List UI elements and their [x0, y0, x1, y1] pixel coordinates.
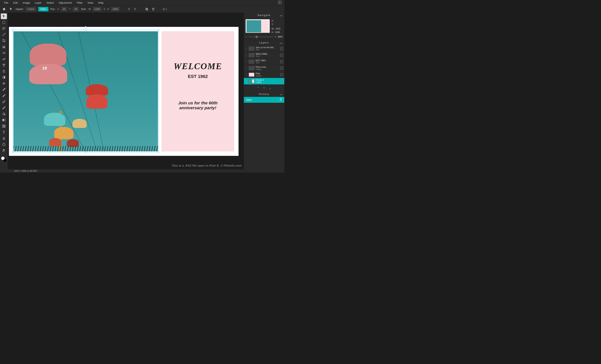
size-h-input[interactable]: 1000: [111, 7, 120, 11]
tool-fill[interactable]: [1, 111, 7, 117]
history-minimize[interactable]: —: [280, 93, 283, 96]
menu-edit[interactable]: Edit: [11, 0, 20, 5]
layer-grip[interactable]: ⋮: [245, 80, 248, 83]
settings-button[interactable]: ▾: [162, 7, 167, 11]
zoom-slider[interactable]: [249, 36, 273, 37]
layer-up-button[interactable]: ⌃: [257, 86, 260, 90]
menu-file[interactable]: File: [2, 0, 11, 5]
layer-type: Text: [256, 62, 279, 64]
tool-pen[interactable]: [1, 136, 7, 141]
menu-layer[interactable]: Layer: [33, 0, 44, 5]
home-button[interactable]: [2, 7, 7, 12]
duplicate-button[interactable]: [144, 7, 149, 11]
tool-cut[interactable]: [1, 44, 7, 50]
size-w-input[interactable]: 1200: [93, 7, 101, 11]
status-bar: 1920 x 1080 px @ 69%: [8, 169, 244, 173]
size-w-label: W: [89, 8, 91, 10]
navigate-thumbnail[interactable]: [245, 19, 270, 33]
tool-arrow-icon[interactable]: [9, 7, 13, 12]
layer-visibility-toggle[interactable]: ✓: [280, 60, 283, 63]
aspect-free-button[interactable]: FREE: [38, 7, 48, 11]
pos-y-input[interactable]: 40: [73, 7, 79, 11]
layer-visibility-toggle[interactable]: ✓: [280, 73, 283, 76]
layer-grip[interactable]: ⋮: [245, 73, 248, 76]
navigate-minimize[interactable]: —: [280, 14, 283, 17]
layer-down-button[interactable]: ⌄: [269, 86, 271, 90]
right-panels: Navigate — X: Y: W: 1920 H: 1080 − + 69%…: [244, 13, 284, 173]
zoom-in-button[interactable]: +: [275, 35, 276, 38]
tool-gradient[interactable]: [1, 117, 7, 123]
navigate-title: Navigate —: [244, 13, 284, 18]
aspect-fixed-button[interactable]: FIXED: [26, 7, 36, 11]
layer-grip[interactable]: ⋮: [245, 54, 248, 57]
layer-grip[interactable]: ⋮: [245, 60, 248, 63]
tool-text[interactable]: [1, 129, 7, 135]
layer-add-button[interactable]: +: [263, 86, 265, 90]
handle-br[interactable]: [158, 151, 159, 153]
color-swatch[interactable]: [1, 157, 7, 162]
layer-row[interactable]: ⋮PinkShape✓: [244, 71, 284, 78]
layer-visibility-toggle[interactable]: ✓: [280, 80, 283, 83]
navigate-pane: X: Y: W: 1920 H: 1080 − + 69%: [244, 18, 284, 40]
svg-point-3: [164, 9, 164, 10]
tool-hand[interactable]: [1, 148, 7, 153]
tool-gradient-picker[interactable]: [1, 105, 7, 111]
history-title: History —: [244, 92, 284, 97]
tool-brush[interactable]: [1, 93, 7, 98]
rotate-handle[interactable]: [85, 26, 87, 28]
tool-sponge[interactable]: [1, 80, 7, 86]
layer-row[interactable]: ⋮Join us for the 60t…Text✓: [244, 45, 284, 52]
panel-collapse-icon[interactable]: [277, 0, 283, 6]
tool-lasso[interactable]: [1, 26, 7, 31]
zoom-out-button[interactable]: −: [245, 35, 247, 38]
handle-tl[interactable]: [12, 29, 14, 31]
workspace[interactable]: 19 WELCOME EST 1962 Join us for the 60th…: [8, 13, 244, 169]
layer-row[interactable]: ⋮Frame 2Frame✓: [244, 78, 284, 84]
layers-minimize[interactable]: —: [280, 42, 283, 45]
handle-tm[interactable]: [85, 29, 87, 31]
menu-view[interactable]: View: [85, 0, 96, 5]
layer-row[interactable]: ⋮Pink crossShape✓: [244, 65, 284, 71]
svg-point-11: [3, 82, 5, 85]
tool-frame[interactable]: [1, 123, 7, 129]
pink-panel[interactable]: WELCOME EST 1962 Join us for the 60th an…: [162, 31, 234, 151]
foreground-color[interactable]: [1, 157, 5, 160]
layer-visibility-toggle[interactable]: ✓: [280, 47, 283, 50]
tool-move[interactable]: [1, 13, 7, 19]
layer-visibility-toggle[interactable]: ✓: [280, 54, 283, 57]
handle-tr[interactable]: [158, 29, 159, 31]
tool-shape[interactable]: [1, 142, 7, 147]
handle-bl[interactable]: [12, 151, 14, 153]
menu-adjustment[interactable]: Adjustment: [56, 0, 74, 5]
tool-eraser[interactable]: [1, 99, 7, 105]
redo-button[interactable]: [133, 7, 138, 11]
menu-image[interactable]: Image: [20, 0, 32, 5]
tool-marquee[interactable]: [1, 20, 7, 25]
clipboard-icon: [280, 98, 282, 101]
menu-select[interactable]: Select: [44, 0, 56, 5]
handle-bm[interactable]: [85, 151, 87, 153]
welcome-text: WELCOME: [161, 61, 234, 71]
menu-filter[interactable]: Filter: [74, 0, 85, 5]
tool-liquify[interactable]: [1, 50, 7, 56]
tool-heal[interactable]: [1, 56, 7, 62]
layer-grip[interactable]: ⋮: [245, 47, 248, 50]
layer-row[interactable]: ⋮EST 1962..Text✓: [244, 59, 284, 65]
layer-row[interactable]: ⋮WELCOME..Text✓: [244, 52, 284, 59]
layer-grip[interactable]: ⋮: [245, 67, 248, 69]
tool-eyedropper[interactable]: [1, 87, 7, 92]
left-toolbar: [0, 13, 8, 173]
tool-wand[interactable]: [1, 32, 7, 38]
tool-dodge[interactable]: [1, 74, 7, 80]
tool-clone[interactable]: [1, 62, 7, 68]
history-item-open[interactable]: Open: [244, 97, 284, 103]
tool-crop[interactable]: [1, 38, 7, 44]
layer-visibility-toggle[interactable]: ✓: [280, 67, 283, 69]
canvas[interactable]: 19 WELCOME EST 1962 Join us for the 60th…: [9, 27, 239, 156]
undo-button[interactable]: [127, 7, 131, 11]
frame-photo[interactable]: 19: [13, 31, 158, 151]
tool-blur[interactable]: [1, 68, 7, 74]
pos-x-input[interactable]: 40: [61, 7, 67, 11]
delete-button[interactable]: [151, 7, 155, 11]
menu-help[interactable]: Help: [96, 0, 106, 5]
